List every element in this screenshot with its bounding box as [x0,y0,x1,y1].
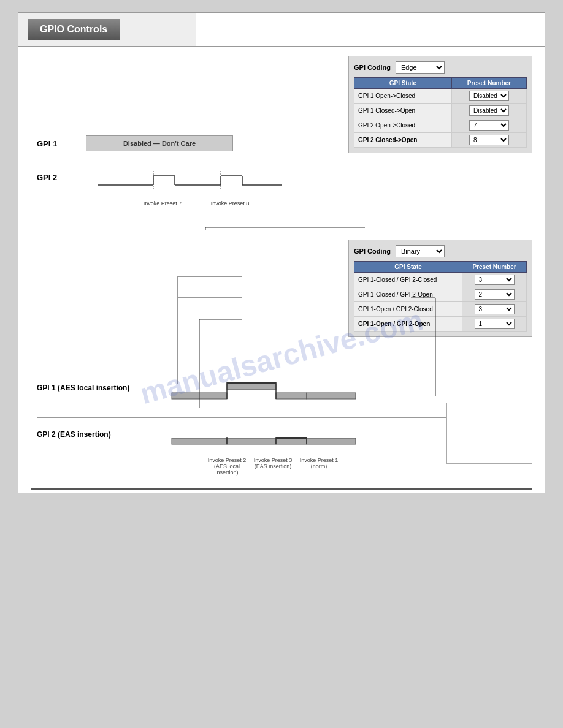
svg-rect-16 [227,384,276,390]
gpi1-binary-label: GPI 1 (AES local insertion) [37,374,159,392]
edge-preset-select-4[interactable]: Disabled 123 456 78 [469,135,509,145]
gpio-title: GPIO Controls [28,19,120,40]
gpi2-waveform: Invoke Preset 7 Invoke Preset 8 [86,164,294,207]
svg-rect-24 [276,438,307,444]
binary-state-2: GPI 1-Closed / GPI 2-Open [354,287,462,302]
gpi2-row: GPI 2 [37,164,532,207]
binary-coding-row: GPI Coding Edge Binary Level [354,245,527,257]
svg-rect-25 [307,438,356,444]
edge-preset-2: Disabled 1234 [451,104,526,118]
header-row: GPIO Controls [18,13,545,47]
gpi2-binary-waveform: Invoke Preset 2(AES local insertion) Inv… [159,421,374,473]
gpi2-binary-waveform-svg [159,421,374,455]
table-row: GPI 1-Open / GPI 2-Closed 1234 [354,302,527,317]
gpi2-waveform-labels: Invoke Preset 7 Invoke Preset 8 [86,200,294,207]
gpi2-label: GPI 2 [37,164,86,182]
binary-state-3: GPI 1-Open / GPI 2-Closed [354,302,462,317]
binary-preset-select-2[interactable]: 1234 [475,289,515,300]
header-title-block: GPIO Controls [18,13,196,46]
binary-preset-1: 1234 [462,273,527,287]
invoke-preset-2-label: Invoke Preset 2(AES local insertion) [202,457,251,476]
table-row: GPI 2 Open->Closed Disabled 123 456 78 [354,118,527,133]
invoke-preset-3-label: Invoke Preset 3(EAS insertion) [251,457,294,476]
edge-preset-select-2[interactable]: Disabled 1234 [469,105,509,116]
page-wrapper: GPIO Controls GPI Coding Edge Binary Lev… [0,0,563,728]
gpi2-binary-label: GPI 2 (EAS insertion) [37,421,159,439]
table-row: GPI 1 Open->Closed Disabled 1234 [354,89,527,104]
table-row: GPI 1-Closed / GPI 2-Closed 1234 [354,273,527,287]
binary-th-preset: Preset Number [462,262,527,273]
binary-state-1: GPI 1-Closed / GPI 2-Closed [354,273,462,287]
edge-state-2: GPI 1 Closed->Open [354,104,452,118]
svg-rect-18 [307,393,356,399]
edge-state-table: GPI State Preset Number GPI 1 Open->Clos… [354,77,527,148]
binary-coding-panel: GPI Coding Edge Binary Level GPI State P… [348,240,532,337]
binary-preset-select-1[interactable]: 1234 [475,275,515,285]
svg-rect-17 [276,393,307,399]
table-row: GPI 1-Closed / GPI 2-Open 1234 [354,287,527,302]
svg-rect-26 [276,437,307,439]
edge-state-4: GPI 2 Closed->Open [354,133,452,148]
edge-preset-3: Disabled 123 456 78 [451,118,526,133]
bottom-right-box [446,403,532,464]
edge-coding-select[interactable]: Edge Binary Level [396,61,445,74]
svg-rect-15 [172,393,227,399]
binary-preset-2: 1234 [462,287,527,302]
binary-preset-3: 1234 [462,302,527,317]
binary-coding-select[interactable]: Edge Binary Level [396,245,445,257]
binary-preset-4: 1234 [462,317,527,332]
footer-line [31,488,532,490]
gpi1-disabled-bar: Disabled — Don't Care [86,135,233,151]
edge-preset-1: Disabled 1234 [451,89,526,104]
gpi1-label: GPI 1 [37,139,86,148]
edge-th-preset: Preset Number [451,78,526,89]
table-row: GPI 1 Closed->Open Disabled 1234 [354,104,527,118]
table-row: GPI 2 Closed->Open Disabled 123 456 78 [354,133,527,148]
edge-coding-panel: GPI Coding Edge Binary Level GPI State P… [348,56,532,153]
edge-coding-label: GPI Coding [354,64,391,71]
gpi1-binary-waveform-svg [159,374,374,405]
edge-state-1: GPI 1 Open->Closed [354,89,452,104]
binary-preset-select-3[interactable]: 1234 [475,304,515,314]
gpi2-invoke-7: Invoke Preset 7 [144,200,182,207]
binary-preset-select-4[interactable]: 1234 [475,319,515,329]
header-right [196,13,545,46]
binary-state-table: GPI State Preset Number GPI 1-Closed / G… [354,261,527,332]
gpi1-binary-waveform [159,374,374,414]
invoke-preset-1-label: Invoke Preset 1(norm) [294,457,343,476]
edge-state-3: GPI 2 Open->Closed [354,118,452,133]
binary-th-state: GPI State [354,262,462,273]
svg-rect-23 [227,438,276,444]
section1-edge: GPI Coding Edge Binary Level GPI State P… [18,47,545,230]
table-row: GPI 1-Open / GPI 2-Open 1234 [354,317,527,332]
gpi2-invoke-8: Invoke Preset 8 [211,200,250,207]
edge-th-state: GPI State [354,78,452,89]
main-box: GPIO Controls GPI Coding Edge Binary Lev… [18,12,545,493]
binary-state-4: GPI 1-Open / GPI 2-Open [354,317,462,332]
svg-rect-22 [172,438,227,444]
gpi2-binary-labels: Invoke Preset 2(AES local insertion) Inv… [159,457,374,476]
edge-preset-select-1[interactable]: Disabled 1234 [469,91,509,101]
edge-preset-select-3[interactable]: Disabled 123 456 78 [469,120,509,131]
edge-coding-row: GPI Coding Edge Binary Level [354,61,527,74]
binary-coding-label: GPI Coding [354,248,391,255]
edge-preset-4: Disabled 123 456 78 [451,133,526,148]
svg-rect-19 [227,382,276,384]
section2-binary: manualsarchive.com GPI Coding Edge Binar… [18,230,545,482]
gpi2-waveform-svg [86,164,294,197]
